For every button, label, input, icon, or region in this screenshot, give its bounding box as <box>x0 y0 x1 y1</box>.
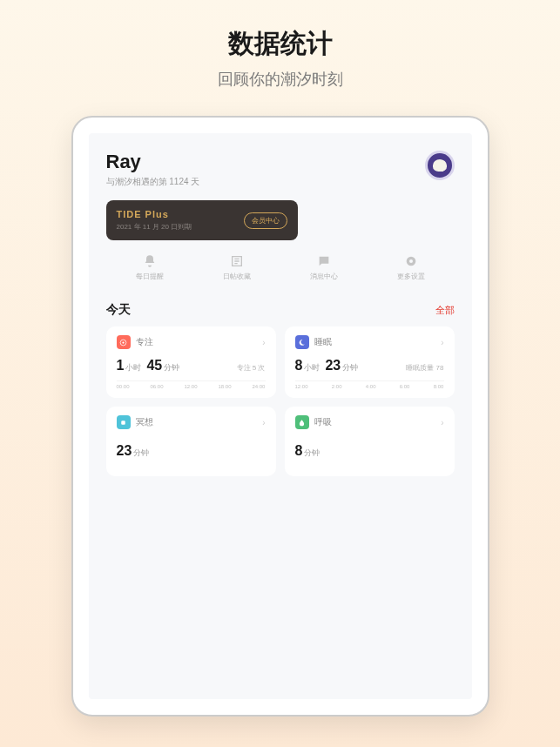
axis-tick: 2:00 <box>332 384 342 389</box>
bookmark-icon <box>230 254 244 268</box>
focus-chart: 00:0006:0012:0018:0024:00 <box>117 380 266 389</box>
breath-mins-unit: 分钟 <box>304 448 320 459</box>
axis-tick: 24:00 <box>252 384 265 389</box>
focus-duration: 1 小时 45 分钟 <box>117 358 180 374</box>
plus-date: 2021 年 11 月 20 日到期 <box>117 222 192 232</box>
user-subtitle: 与潮汐相遇的第 1124 天 <box>106 176 200 188</box>
nav-label: 每日提醒 <box>136 272 164 281</box>
meditation-mins-unit: 分钟 <box>133 448 149 459</box>
tablet-frame: Ray 与潮汐相遇的第 1124 天 TIDE Plus 2021 年 11 月… <box>71 116 489 717</box>
svg-point-3 <box>122 341 124 343</box>
header: Ray 与潮汐相遇的第 1124 天 <box>106 151 455 188</box>
promo-title: 数据统计 <box>228 26 333 62</box>
plus-text: TIDE Plus 2021 年 11 月 20 日到期 <box>117 209 192 232</box>
message-icon <box>317 254 331 268</box>
breath-duration: 8 分钟 <box>295 443 444 459</box>
nav-row: 每日提醒 日帖收藏 消息中心 更多设置 <box>106 254 455 281</box>
breath-icon <box>295 415 309 429</box>
axis-tick: 12:00 <box>184 384 197 389</box>
focus-hours-unit: 小时 <box>125 362 141 374</box>
meditation-duration: 23 分钟 <box>117 443 266 459</box>
meditation-icon <box>117 415 131 429</box>
avatar[interactable] <box>425 151 455 180</box>
breath-card[interactable]: 呼吸 › 8 分钟 <box>285 407 455 476</box>
sleep-mins-unit: 分钟 <box>342 362 358 374</box>
focus-card[interactable]: 专注 › 1 小时 45 分钟 专注 5 次 <box>106 326 276 398</box>
section-header: 今天 全部 <box>106 302 455 318</box>
svg-rect-4 <box>121 421 125 425</box>
promo-subtitle: 回顾你的潮汐时刻 <box>218 69 343 90</box>
axis-tick: 6:00 <box>400 384 410 389</box>
nav-messages[interactable]: 消息中心 <box>280 254 368 281</box>
axis-tick: 4:00 <box>366 384 376 389</box>
axis-tick: 8:00 <box>434 384 444 389</box>
axis-tick: 12:00 <box>295 384 308 389</box>
chevron-right-icon: › <box>441 338 443 347</box>
chevron-right-icon: › <box>262 338 265 347</box>
breath-mins: 8 <box>295 443 303 459</box>
plus-card[interactable]: TIDE Plus 2021 年 11 月 20 日到期 会员中心 <box>106 200 298 240</box>
stat-cards-row-2: 冥想 › 23 分钟 <box>106 407 455 476</box>
chevron-right-icon: › <box>441 418 443 427</box>
sleep-chart: 12:002:004:006:008:00 <box>295 380 444 389</box>
sleep-card[interactable]: 睡眠 › 8 小时 23 分钟 睡眠质量 78 <box>285 326 455 398</box>
chevron-right-icon: › <box>262 418 265 427</box>
svg-point-1 <box>409 259 413 263</box>
axis-tick: 18:00 <box>218 384 231 389</box>
gear-icon <box>404 254 418 268</box>
focus-mins: 45 <box>146 358 162 374</box>
axis-tick: 06:00 <box>150 384 163 389</box>
user-name: Ray <box>106 151 200 173</box>
meditation-mins: 23 <box>117 443 132 459</box>
today-section: 今天 全部 专注 › <box>106 302 455 476</box>
sleep-hours: 8 <box>295 358 303 374</box>
section-title: 今天 <box>106 302 131 318</box>
nav-favorites[interactable]: 日帖收藏 <box>193 254 280 281</box>
meditation-card-title: 冥想 <box>136 416 153 428</box>
nav-label: 消息中心 <box>310 272 338 281</box>
plus-title: TIDE Plus <box>117 209 192 219</box>
bell-icon <box>143 254 157 268</box>
nav-label: 更多设置 <box>397 272 425 281</box>
sleep-icon <box>295 335 309 349</box>
nav-label: 日帖收藏 <box>223 272 251 281</box>
user-block: Ray 与潮汐相遇的第 1124 天 <box>106 151 200 188</box>
sleep-duration: 8 小时 23 分钟 <box>295 358 359 374</box>
sleep-quality: 睡眠质量 78 <box>406 363 443 373</box>
focus-icon <box>117 335 131 349</box>
sleep-card-title: 睡眠 <box>314 336 332 348</box>
axis-tick: 00:00 <box>117 384 130 389</box>
plus-badge[interactable]: 会员中心 <box>244 212 287 229</box>
avatar-icon <box>433 159 447 172</box>
sleep-mins: 23 <box>325 358 341 374</box>
focus-count: 专注 5 次 <box>237 363 266 373</box>
breath-card-title: 呼吸 <box>314 416 332 428</box>
section-all-link[interactable]: 全部 <box>435 304 455 317</box>
focus-hours: 1 <box>117 358 125 374</box>
app-screen: Ray 与潮汐相遇的第 1124 天 TIDE Plus 2021 年 11 月… <box>89 133 472 699</box>
nav-daily-reminder[interactable]: 每日提醒 <box>106 254 193 281</box>
nav-settings[interactable]: 更多设置 <box>368 254 455 281</box>
sleep-hours-unit: 小时 <box>304 362 320 374</box>
meditation-card[interactable]: 冥想 › 23 分钟 <box>106 407 276 476</box>
focus-card-title: 专注 <box>136 336 153 348</box>
stat-cards-row-1: 专注 › 1 小时 45 分钟 专注 5 次 <box>106 326 455 398</box>
focus-mins-unit: 分钟 <box>164 362 179 374</box>
